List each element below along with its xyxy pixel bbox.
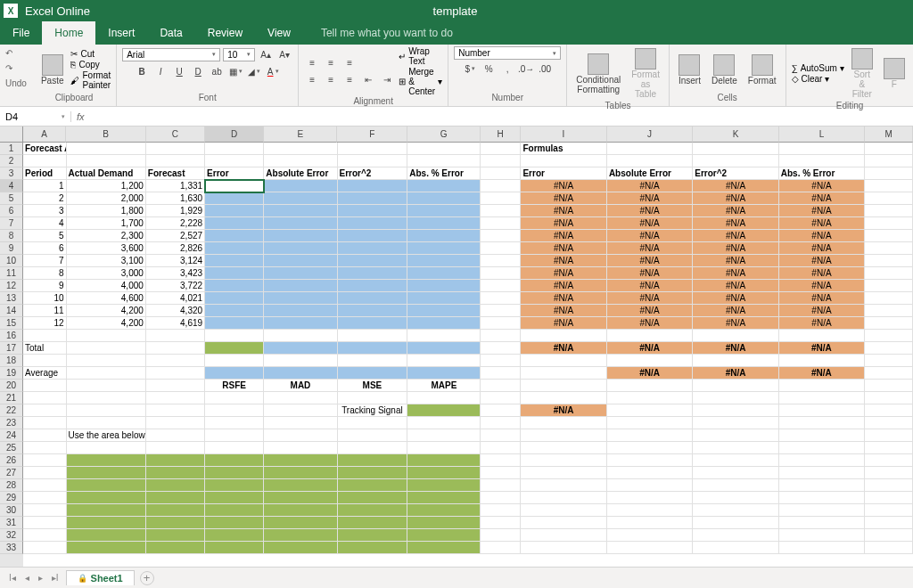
- font-name-combo[interactable]: Arial: [122, 48, 220, 61]
- row-header-1[interactable]: 1: [0, 143, 23, 155]
- cell-M32[interactable]: [865, 529, 913, 542]
- conditional-formatting-button[interactable]: Conditional Formatting: [572, 52, 624, 96]
- cell-G5[interactable]: [407, 192, 481, 205]
- cell-G13[interactable]: [407, 292, 481, 305]
- sheet-nav-next[interactable]: ▸: [37, 573, 45, 583]
- cell-J29[interactable]: [607, 492, 693, 504]
- cell-J1[interactable]: [607, 143, 693, 155]
- cell-E21[interactable]: [264, 392, 337, 404]
- cell-B13[interactable]: 4,600: [67, 292, 146, 305]
- cell-M28[interactable]: [865, 479, 913, 492]
- cell-I32[interactable]: [521, 529, 606, 542]
- cell-L18[interactable]: [779, 355, 865, 367]
- col-header-E[interactable]: E: [264, 127, 337, 143]
- cell-B16[interactable]: [67, 330, 146, 342]
- cell-G2[interactable]: [407, 155, 481, 167]
- cell-I20[interactable]: [521, 380, 606, 392]
- row-header-10[interactable]: 10: [0, 255, 23, 267]
- cell-F5[interactable]: [338, 192, 408, 205]
- cell-B20[interactable]: [67, 380, 146, 392]
- cell-D11[interactable]: [205, 267, 264, 280]
- cell-C1[interactable]: [146, 143, 205, 155]
- cell-F8[interactable]: [338, 230, 408, 242]
- col-header-G[interactable]: G: [407, 127, 481, 143]
- cell-E24[interactable]: [264, 429, 337, 442]
- cell-A12[interactable]: 9: [23, 280, 67, 292]
- cell-G7[interactable]: [407, 217, 481, 230]
- cell-E14[interactable]: [264, 305, 337, 317]
- cell-C16[interactable]: [146, 330, 205, 342]
- cell-G26[interactable]: [407, 454, 481, 467]
- cell-B4[interactable]: 1,200: [67, 180, 146, 192]
- row-header-13[interactable]: 13: [0, 292, 23, 305]
- cell-H22[interactable]: [481, 404, 521, 417]
- cell-E17[interactable]: [264, 342, 337, 355]
- align-top-button[interactable]: ≡: [304, 55, 320, 71]
- cell-L4[interactable]: #N/A: [779, 180, 865, 192]
- cell-A5[interactable]: 2: [23, 192, 67, 205]
- cell-K26[interactable]: [693, 454, 778, 467]
- cell-A31[interactable]: [23, 517, 67, 529]
- cell-J12[interactable]: #N/A: [607, 280, 693, 292]
- cell-B7[interactable]: 1,700: [67, 217, 146, 230]
- cell-G19[interactable]: [407, 367, 481, 380]
- cell-D13[interactable]: [205, 292, 264, 305]
- cell-K31[interactable]: [693, 517, 778, 529]
- select-all-corner[interactable]: [0, 127, 23, 143]
- cell-B28[interactable]: [67, 479, 146, 492]
- cell-G18[interactable]: [407, 355, 481, 367]
- cell-E13[interactable]: [264, 292, 337, 305]
- cell-L5[interactable]: #N/A: [779, 192, 865, 205]
- cell-G24[interactable]: [407, 429, 481, 442]
- cell-C5[interactable]: 1,630: [146, 192, 205, 205]
- cell-I21[interactable]: [521, 392, 606, 404]
- cell-M18[interactable]: [865, 355, 913, 367]
- cell-D17[interactable]: [205, 342, 264, 355]
- cell-H1[interactable]: [481, 143, 521, 155]
- cell-J23[interactable]: [607, 417, 693, 429]
- col-header-C[interactable]: C: [146, 127, 205, 143]
- cell-A15[interactable]: 12: [23, 317, 67, 330]
- cell-E16[interactable]: [264, 330, 337, 342]
- cell-C3[interactable]: Forecast: [146, 167, 205, 180]
- cell-I11[interactable]: #N/A: [521, 267, 606, 280]
- cell-L11[interactable]: #N/A: [779, 267, 865, 280]
- sheet-tab-sheet1[interactable]: 🔒Sheet1: [66, 570, 135, 585]
- cell-K3[interactable]: Error^2: [693, 167, 778, 180]
- cell-E6[interactable]: [264, 205, 337, 217]
- cell-B12[interactable]: 4,000: [67, 280, 146, 292]
- cell-G1[interactable]: [407, 143, 481, 155]
- cell-M1[interactable]: [865, 143, 913, 155]
- cell-C10[interactable]: 3,124: [146, 255, 205, 267]
- cell-K29[interactable]: [693, 492, 778, 504]
- cell-K8[interactable]: #N/A: [693, 230, 778, 242]
- cell-G28[interactable]: [407, 479, 481, 492]
- cell-F6[interactable]: [338, 205, 408, 217]
- cell-M29[interactable]: [865, 492, 913, 504]
- increase-font-button[interactable]: A▴: [258, 46, 274, 62]
- cell-B9[interactable]: 3,600: [67, 242, 146, 255]
- cell-D32[interactable]: [205, 529, 264, 542]
- cell-E27[interactable]: [264, 467, 337, 479]
- cell-C7[interactable]: 2,228: [146, 217, 205, 230]
- cell-L28[interactable]: [779, 479, 865, 492]
- cell-J24[interactable]: [607, 429, 693, 442]
- decrease-font-button[interactable]: A▾: [276, 46, 292, 62]
- cell-G25[interactable]: [407, 442, 481, 454]
- row-header-9[interactable]: 9: [0, 242, 23, 255]
- cell-I23[interactable]: [521, 417, 606, 429]
- cell-M22[interactable]: [865, 404, 913, 417]
- col-header-L[interactable]: L: [779, 127, 866, 143]
- cell-H28[interactable]: [481, 479, 521, 492]
- italic-button[interactable]: I: [152, 63, 169, 79]
- redo-button[interactable]: ↷: [5, 63, 27, 73]
- cell-E9[interactable]: [264, 242, 337, 255]
- cell-E28[interactable]: [264, 479, 337, 492]
- cell-K11[interactable]: #N/A: [693, 267, 778, 280]
- row-header-18[interactable]: 18: [0, 355, 23, 367]
- cell-F18[interactable]: [338, 355, 408, 367]
- cell-B15[interactable]: 4,200: [67, 317, 146, 330]
- cell-A13[interactable]: 10: [23, 292, 67, 305]
- cell-F32[interactable]: [338, 529, 408, 542]
- percent-button[interactable]: %: [481, 61, 497, 77]
